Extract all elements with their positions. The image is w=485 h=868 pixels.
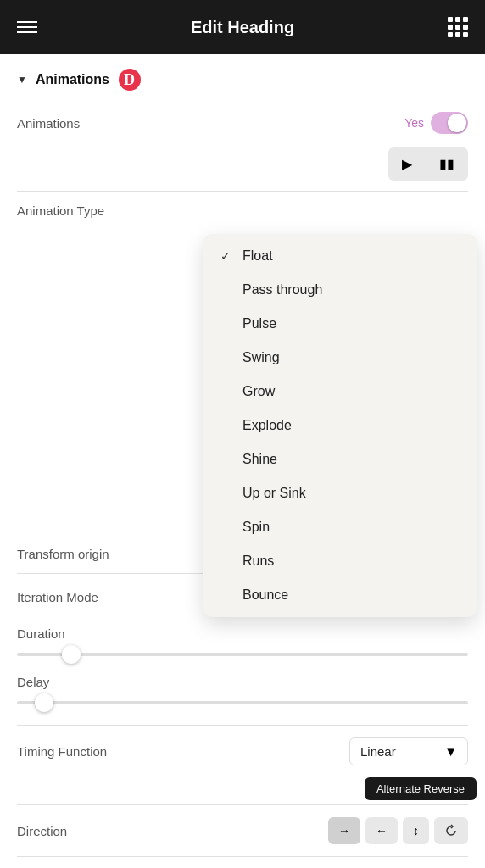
animation-type-dropdown[interactable]: ✓ Float Pass through Pulse Swing Grow [203, 234, 477, 617]
check-icon: ✓ [220, 249, 234, 263]
grid-icon[interactable] [448, 17, 468, 37]
delay-label: Delay [17, 675, 468, 689]
dropdown-item-runs[interactable]: Runs [203, 544, 477, 578]
dropdown-item-grow[interactable]: Grow [203, 375, 477, 409]
tooltip-row: Alternate Reverse [0, 777, 485, 804]
direction-left-button[interactable]: ← [365, 817, 398, 844]
delay-row: Delay [0, 668, 485, 725]
direction-right-button[interactable]: → [328, 817, 360, 844]
animations-row: Animations Yes [0, 102, 485, 144]
duration-label: Duration [17, 626, 468, 641]
direction-label: Direction [17, 824, 67, 838]
page-title: Edit Heading [191, 18, 294, 37]
direction-rotate-button[interactable] [434, 817, 468, 844]
section-header: ▼ Animations D [0, 54, 485, 102]
dropdown-item-swing[interactable]: Swing [203, 341, 477, 375]
rotate-icon [444, 824, 458, 837]
dropdown-item-spin[interactable]: Spin [203, 510, 477, 544]
delay-slider-container[interactable] [17, 696, 468, 713]
section-title: Animations [36, 72, 109, 87]
duration-row: Duration [0, 620, 485, 668]
animation-type-row: Animation Type ✓ Float Pass through Puls… [0, 192, 485, 230]
timing-function-value: Linear [360, 744, 436, 759]
dropdown-item-pulse[interactable]: Pulse [203, 307, 477, 341]
timing-function-label: Timing Function [17, 744, 107, 759]
alternate-reverse-tooltip: Alternate Reverse [365, 777, 477, 800]
play-button[interactable]: ▶ [388, 147, 426, 181]
dropdown-item-float[interactable]: ✓ Float [203, 239, 477, 273]
delay-slider[interactable] [17, 701, 468, 704]
duration-slider[interactable] [17, 653, 468, 656]
dropdown-item-explode[interactable]: Explode [203, 409, 477, 442]
direction-vertical-button[interactable]: ↕ [403, 817, 429, 844]
duration-thumb[interactable] [62, 645, 81, 664]
dropdown-item-bounce[interactable]: Bounce [203, 578, 477, 612]
timing-function-row: Timing Function Linear ▼ [0, 726, 485, 777]
header: Edit Heading [0, 0, 485, 54]
content: ▼ Animations D Animations Yes ▶ ▮▮ Anima… [0, 54, 485, 868]
menu-icon[interactable] [17, 21, 37, 33]
direction-buttons: → ← ↕ [328, 817, 468, 844]
animations-toggle[interactable] [431, 112, 468, 134]
dropdown-item-passthrough[interactable]: Pass through [203, 273, 477, 307]
pause-button[interactable]: ▮▮ [426, 147, 468, 181]
animation-type-label: Animation Type [17, 203, 104, 218]
direction-row: Direction → ← ↕ [0, 805, 485, 856]
svg-text:D: D [124, 71, 135, 88]
animations-toggle-container: Yes [404, 112, 468, 134]
section-chevron[interactable]: ▼ [17, 74, 27, 86]
fill-mode-row: Fill Mode ✕ →| |↔| |← [0, 857, 485, 868]
animations-label: Animations [17, 116, 80, 131]
dropdown-item-uporsink[interactable]: Up or Sink [203, 476, 477, 510]
animations-value: Yes [404, 116, 424, 130]
animations-logo: D [118, 68, 142, 92]
playback-row: ▶ ▮▮ [0, 144, 485, 191]
duration-slider-container[interactable] [17, 648, 468, 665]
timing-function-select[interactable]: Linear ▼ [349, 737, 468, 765]
dropdown-item-shine[interactable]: Shine [203, 442, 477, 476]
transform-origin-label: Transform origin [17, 547, 109, 561]
timing-chevron-icon: ▼ [444, 744, 457, 759]
delay-thumb[interactable] [35, 693, 53, 712]
iteration-mode-label: Iteration Mode [17, 590, 98, 604]
